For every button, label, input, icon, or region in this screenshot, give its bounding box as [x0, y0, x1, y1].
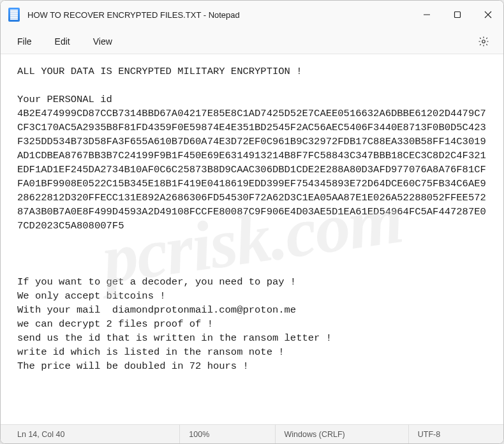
window-controls — [411, 1, 503, 29]
notepad-window: HOW TO RECOVER ENCRYPTED FILES.TXT - Not… — [0, 0, 504, 444]
maximize-button[interactable] — [442, 1, 473, 29]
status-eol: Windows (CRLF) — [275, 425, 408, 443]
menu-edit[interactable]: Edit — [43, 33, 82, 50]
close-icon — [484, 11, 492, 18]
minimize-button[interactable] — [411, 1, 442, 29]
editor-area: ALL YOUR DATA IS ENCRYPTED MILITARY ENCR… — [1, 54, 503, 424]
menubar: File Edit View — [1, 29, 503, 54]
gear-icon — [478, 36, 489, 47]
statusbar: Ln 14, Col 40 100% Windows (CRLF) UTF-8 — [1, 424, 503, 443]
menu-view[interactable]: View — [82, 33, 124, 50]
minimize-icon — [423, 11, 431, 18]
titlebar[interactable]: HOW TO RECOVER ENCRYPTED FILES.TXT - Not… — [1, 1, 503, 29]
close-button[interactable] — [473, 1, 503, 29]
notepad-icon — [8, 8, 20, 22]
settings-button[interactable] — [469, 32, 498, 51]
menu-file[interactable]: File — [6, 33, 43, 50]
svg-rect-1 — [455, 12, 461, 18]
status-zoom[interactable]: 100% — [179, 425, 274, 443]
maximize-icon — [454, 11, 461, 18]
status-position: Ln 14, Col 40 — [1, 425, 179, 443]
svg-point-4 — [482, 40, 485, 43]
text-content[interactable]: ALL YOUR DATA IS ENCRYPTED MILITARY ENCR… — [1, 54, 503, 424]
window-title: HOW TO RECOVER ENCRYPTED FILES.TXT - Not… — [27, 10, 411, 20]
status-encoding: UTF-8 — [408, 425, 503, 443]
